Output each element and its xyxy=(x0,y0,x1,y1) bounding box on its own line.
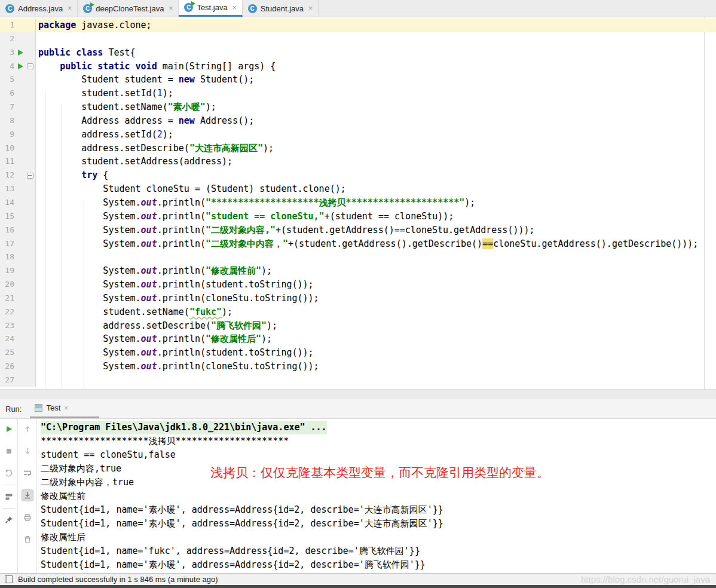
pin-button[interactable] xyxy=(3,514,15,526)
code-text[interactable]: System.out.println(cloneStu.toString()); xyxy=(36,292,319,305)
gutter-icons xyxy=(14,319,36,333)
tab-label: deepCloneTest.java xyxy=(96,4,164,13)
run-line-icon[interactable] xyxy=(18,63,23,69)
code-text[interactable]: student.setName("fukc"); xyxy=(36,305,232,319)
close-icon[interactable]: × xyxy=(68,4,72,13)
down-stack-trace-icon[interactable] xyxy=(22,445,33,457)
code-text[interactable]: student.setAddress(address); xyxy=(36,155,232,169)
line-number: 5 xyxy=(0,73,14,87)
code-text[interactable]: try { xyxy=(36,169,108,182)
clear-all-icon[interactable] xyxy=(22,534,33,546)
code-text[interactable]: Student student = new Student(); xyxy=(36,73,254,87)
fold-icon[interactable] xyxy=(27,173,33,179)
run-tab-test[interactable]: Test × xyxy=(30,399,99,418)
editor-tab-bar: CAddress.java×CdeepCloneTest.java×CTest.… xyxy=(0,0,716,17)
soft-wrap-button[interactable] xyxy=(22,467,33,479)
print-button[interactable] xyxy=(22,512,33,523)
line-number: 16 xyxy=(0,223,14,237)
close-icon[interactable]: × xyxy=(64,404,68,412)
code-text[interactable]: student.setName("素小暖"); xyxy=(36,100,216,114)
console-icon xyxy=(35,404,42,412)
rerun-debug-button[interactable] xyxy=(3,467,15,479)
gutter-icons xyxy=(14,223,36,237)
fold-icon[interactable] xyxy=(27,63,33,69)
console-line: Student{id=1, name='素小暖', address=Addres… xyxy=(41,503,716,517)
tab-Test.java[interactable]: CTest.java× xyxy=(179,0,242,17)
code-line: 14 System.out.println("*****************… xyxy=(0,196,716,210)
code-editor[interactable]: 1package javase.clone;23public class Tes… xyxy=(0,17,716,389)
gutter-icons xyxy=(14,332,36,346)
run-toolbar-console xyxy=(18,419,37,573)
code-text[interactable]: System.out.println("student == cloneStu,… xyxy=(36,210,454,223)
code-line: 19 System.out.println("修改属性前"); xyxy=(0,264,716,278)
line-number: 6 xyxy=(0,87,14,100)
code-text[interactable]: System.out.println(cloneStu.toString()); xyxy=(36,360,319,373)
run-line-icon[interactable] xyxy=(18,50,23,56)
line-number: 19 xyxy=(0,264,14,278)
code-text[interactable]: address.setId(2); xyxy=(36,128,173,142)
line-number: 12 xyxy=(0,169,14,182)
close-icon[interactable]: × xyxy=(169,4,173,13)
code-text[interactable]: System.out.println("修改属性后"); xyxy=(36,332,272,346)
line-number: 11 xyxy=(0,155,14,169)
code-text[interactable]: System.out.println("二级对象中内容，"+(student.g… xyxy=(36,237,698,251)
background-tasks-icon[interactable] xyxy=(5,575,13,583)
code-line: 15 System.out.println("student == cloneS… xyxy=(0,210,716,223)
line-number: 4 xyxy=(0,60,14,74)
stop-button[interactable] xyxy=(3,445,15,457)
code-text[interactable]: public class Test{ xyxy=(36,46,136,60)
code-text[interactable]: System.out.println(student.toString()); xyxy=(36,346,314,360)
code-text[interactable]: address.setDescribe("腾飞软件园"); xyxy=(36,319,277,333)
tab-label: Student.java xyxy=(261,4,304,13)
tab-Student.java[interactable]: CStudent.java× xyxy=(243,0,319,17)
rerun-button[interactable] xyxy=(3,423,15,435)
code-line: 11 student.setAddress(address); xyxy=(0,155,716,169)
code-text[interactable]: System.out.println("修改属性前"); xyxy=(36,264,272,278)
status-bar: Build completed successfully in 1 s 846 … xyxy=(0,573,716,585)
code-line: 5 Student student = new Student(); xyxy=(0,73,716,87)
up-stack-trace-icon[interactable] xyxy=(22,423,33,435)
scroll-to-end-button[interactable] xyxy=(22,489,33,501)
code-line: 26 System.out.println(cloneStu.toString(… xyxy=(0,360,716,373)
code-line: 20 System.out.println(student.toString()… xyxy=(0,278,716,292)
code-text[interactable]: Address address = new Address(); xyxy=(36,114,254,128)
code-text[interactable] xyxy=(36,32,38,46)
code-text[interactable]: package javase.clone; xyxy=(36,19,152,32)
close-icon[interactable]: × xyxy=(308,4,313,13)
code-text[interactable]: address.setDescribe("大连市高新园区"); xyxy=(36,142,274,155)
class-icon: C xyxy=(5,4,14,13)
code-text[interactable]: System.out.println("********************… xyxy=(36,196,475,210)
code-text[interactable]: student.setId(1); xyxy=(36,87,173,100)
console-line: 修改属性前 xyxy=(41,489,716,503)
restore-layout-button[interactable] xyxy=(3,491,15,503)
close-icon[interactable]: × xyxy=(232,4,237,12)
panel-splitter[interactable] xyxy=(0,389,716,399)
code-line: 13 Student cloneStu = (Student) student.… xyxy=(0,182,716,196)
run-overlay-icon xyxy=(90,2,94,7)
tab-deepCloneTest.java[interactable]: CdeepCloneTest.java× xyxy=(78,0,179,17)
code-text[interactable]: Student cloneStu = (Student) student.clo… xyxy=(36,182,346,196)
tab-Address.java[interactable]: CAddress.java× xyxy=(0,0,78,17)
gutter-icons xyxy=(14,237,36,251)
code-text[interactable]: public static void main(String[] args) { xyxy=(36,60,276,74)
code-line: 23 address.setDescribe("腾飞软件园"); xyxy=(0,319,716,333)
line-number: 22 xyxy=(0,305,14,319)
code-line: 12 try { xyxy=(0,169,716,182)
gutter-icons xyxy=(14,182,36,196)
gutter-icons xyxy=(14,87,36,100)
line-number: 17 xyxy=(0,237,14,251)
gutter-icons xyxy=(14,278,36,292)
console-line: student == cloneStu,false xyxy=(41,448,716,462)
toolbar-separator xyxy=(3,485,15,485)
code-text[interactable] xyxy=(36,373,38,387)
code-text[interactable]: System.out.println(student.toString()); xyxy=(36,278,314,292)
code-text[interactable] xyxy=(36,250,38,264)
code-line: 16 System.out.println("二级对象内容,"+(student… xyxy=(0,223,716,237)
gutter-icons xyxy=(14,128,36,142)
run-label: Run: xyxy=(0,405,30,414)
console-output[interactable]: "C:\Program Files\Java\jdk1.8.0_221\bin\… xyxy=(37,419,716,573)
tab-label: Test.java xyxy=(197,3,227,12)
line-number: 8 xyxy=(0,114,14,128)
code-line: 8 Address address = new Address(); xyxy=(0,114,716,128)
code-text[interactable]: System.out.println("二级对象内容,"+(student.ge… xyxy=(36,223,535,237)
